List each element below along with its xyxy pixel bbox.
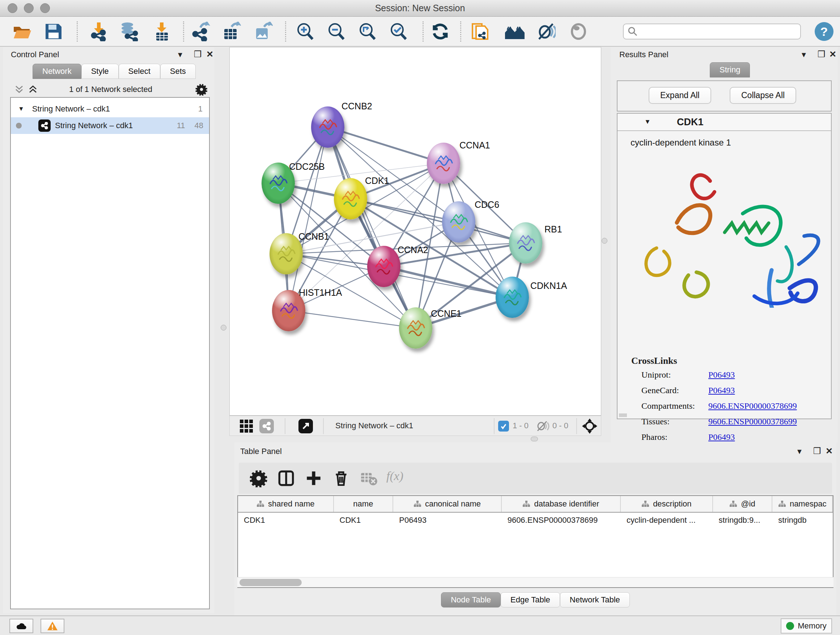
float-panel-icon[interactable]: ❒	[194, 49, 202, 59]
copy-document-icon[interactable]	[470, 22, 490, 41]
birds-eye-view-icon[interactable]	[298, 419, 313, 433]
bottom-splitter-handle[interactable]	[531, 437, 538, 441]
table-cell[interactable]: cyclin-dependent ...	[621, 513, 713, 529]
crosslink-link[interactable]: 9606.ENSP00000378699	[708, 401, 797, 411]
search-box[interactable]	[623, 24, 801, 40]
panel-menu-icon[interactable]: ▼	[800, 51, 807, 59]
scrollbar-thumb[interactable]	[240, 579, 302, 586]
export-table-icon[interactable]	[221, 22, 241, 41]
export-network-icon[interactable]	[191, 22, 210, 41]
scrollbar-stub[interactable]	[619, 413, 627, 417]
tab-edge-table[interactable]: Edge Table	[501, 592, 560, 608]
grid-view-icon[interactable]	[239, 419, 254, 433]
right-splitter-handle[interactable]	[602, 238, 607, 244]
table-cell[interactable]: P06493	[393, 513, 501, 529]
tab-select[interactable]: Select	[118, 64, 160, 79]
column-header-database-identifier[interactable]: database identifier	[502, 496, 621, 512]
panel-menu-icon[interactable]: ▼	[796, 448, 803, 456]
add-column-icon[interactable]	[305, 469, 323, 487]
table-cell[interactable]: 9606.ENSP00000378699	[502, 513, 621, 529]
refresh-icon[interactable]	[431, 22, 450, 41]
warning-status-button[interactable]	[41, 619, 65, 633]
column-header-namespac[interactable]: namespac	[772, 496, 833, 512]
column-header-shared-name[interactable]: shared name	[238, 496, 334, 512]
float-panel-icon[interactable]: ❒	[818, 49, 826, 59]
column-label: description	[653, 499, 691, 509]
table-row[interactable]: CDK1CDK1P064939606.ENSP00000378699cyclin…	[238, 513, 833, 529]
close-panel-icon[interactable]: ✕	[826, 446, 833, 456]
column-header-description[interactable]: description	[621, 496, 713, 512]
table-cell[interactable]: stringdb	[772, 513, 833, 529]
import-database-icon[interactable]	[119, 22, 139, 41]
collapse-section-icon[interactable]: ▼	[644, 118, 651, 126]
close-panel-icon[interactable]: ✕	[206, 49, 213, 59]
node-CCNA1[interactable]	[427, 143, 460, 184]
node-RB1[interactable]	[509, 222, 542, 264]
left-splitter-handle[interactable]	[221, 325, 226, 331]
table-cell[interactable]: stringdb:9...	[713, 513, 773, 529]
string-home-icon[interactable]	[504, 22, 523, 41]
network-row[interactable]: String Network – cdk1 11 48	[11, 117, 209, 134]
node-CCNB1[interactable]	[270, 233, 303, 274]
export-image-icon[interactable]	[253, 22, 273, 41]
gear-icon[interactable]	[195, 83, 208, 96]
table-cell[interactable]: CDK1	[238, 513, 334, 529]
crosslink-link[interactable]: 9606.ENSP00000378699	[708, 417, 797, 426]
import-network-icon[interactable]	[89, 22, 109, 41]
node-CDC6[interactable]	[442, 201, 475, 242]
node-CCNE1[interactable]	[399, 307, 432, 348]
crosslink-link[interactable]: P06493	[708, 370, 735, 380]
collection-count: 1	[198, 104, 202, 114]
column-header--id[interactable]: @id	[713, 496, 773, 512]
gear-icon[interactable]	[249, 469, 268, 487]
edge-HIST1H1A-CCNE1[interactable]	[289, 310, 416, 328]
zoom-in-icon[interactable]	[295, 22, 315, 41]
tab-string[interactable]: String	[710, 62, 750, 78]
selected-checkbox-icon[interactable]	[498, 421, 509, 432]
zoom-selected-icon[interactable]	[388, 22, 408, 41]
help-button[interactable]: ?	[815, 22, 834, 41]
save-session-icon[interactable]	[43, 22, 63, 41]
tab-node-table[interactable]: Node Table	[441, 592, 501, 608]
collapse-all-button[interactable]: Collapse All	[729, 87, 796, 104]
crosslink-link[interactable]: P06493	[708, 386, 735, 395]
float-panel-icon[interactable]: ❒	[813, 446, 821, 456]
eye-icon[interactable]	[569, 22, 588, 41]
node-CDK1[interactable]	[334, 178, 367, 219]
panel-menu-icon[interactable]: ▼	[177, 51, 184, 59]
tab-sets[interactable]: Sets	[160, 64, 196, 79]
zoom-fit-icon[interactable]	[357, 22, 377, 41]
hide-glasses-icon[interactable]	[536, 22, 556, 41]
search-input[interactable]	[638, 25, 800, 38]
crosslink-row: Uniprot:P06493	[641, 370, 829, 380]
cloud-status-button[interactable]	[9, 619, 33, 633]
network-list-icon[interactable]	[259, 419, 274, 433]
show-columns-icon[interactable]	[277, 469, 295, 487]
zoom-out-icon[interactable]	[326, 22, 346, 41]
network-canvas[interactable]: CCNB2CCNA1CDC25BCDK1CDC6RB1CCNB1CCNA2CDK…	[229, 47, 601, 416]
expand-all-button[interactable]: Expand All	[649, 87, 711, 104]
column-header-canonical-name[interactable]: canonical name	[393, 496, 501, 512]
edge-CCNB2-HIST1H1A[interactable]	[289, 127, 328, 310]
memory-button[interactable]: Memory	[781, 618, 832, 633]
close-panel-icon[interactable]: ✕	[829, 49, 836, 59]
tab-network[interactable]: Network	[33, 64, 81, 79]
edge-CCNB2-CCNA1[interactable]	[328, 127, 444, 163]
column-header-name[interactable]: name	[334, 496, 393, 512]
delete-column-icon[interactable]	[332, 469, 350, 487]
gene-section-header[interactable]: ▼ CDK1	[617, 114, 831, 131]
import-table-icon[interactable]	[152, 22, 172, 41]
open-session-icon[interactable]	[12, 22, 32, 41]
tab-network-table[interactable]: Network Table	[560, 592, 630, 608]
node-CCNB2[interactable]	[311, 106, 344, 148]
tab-style[interactable]: Style	[81, 64, 118, 79]
node-CDKN1A[interactable]	[496, 277, 529, 318]
table-cell[interactable]: CDK1	[334, 513, 393, 529]
node-CCNA2[interactable]	[367, 246, 401, 287]
fit-content-crosshair-icon[interactable]	[581, 418, 598, 434]
crosslink-link[interactable]: P06493	[708, 432, 735, 442]
horizontal-scrollbar[interactable]	[237, 577, 834, 587]
edge-CDK1-RB1[interactable]	[351, 199, 526, 243]
network-collection-row[interactable]: ▼ String Network – cdk1 1	[11, 101, 209, 117]
collection-expander-icon[interactable]: ▼	[18, 105, 24, 112]
